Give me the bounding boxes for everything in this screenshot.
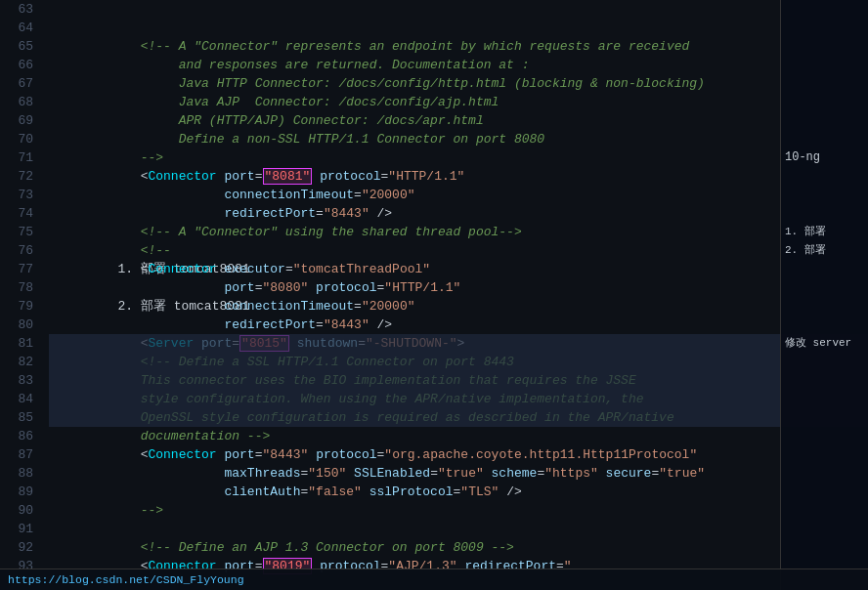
code-line-80: <Server port="8015" shutdown="-SHUTDOWN-… <box>49 316 868 334</box>
code-line <box>49 0 868 19</box>
code-line: APR (HTTP/AJP) Connector: /docs/apr.html <box>49 93 868 111</box>
code-line: --> <box>49 130 868 148</box>
code-line-81: <!-- Define a SSL HTTP/1.1 Connector on … <box>49 334 868 353</box>
code-line: Java AJP Connector: /docs/config/ajp.htm… <box>49 74 868 93</box>
tooltip-url: https://blog.csdn.net/CSDN_FlyYoung <box>8 573 244 586</box>
right-panel-deploy1: 1. 部署 <box>781 223 868 241</box>
code-line-87: maxThreads="150" SSLEnabled="true" schem… <box>49 445 868 464</box>
line-numbers: 63 64 65 66 67 68 69 70 71 72 73 74 75 7… <box>0 0 41 590</box>
code-line: connectionTimeout="20000" <box>49 278 868 297</box>
tooltip-bar: https://blog.csdn.net/CSDN_FlyYoung <box>0 569 868 590</box>
code-line-82: This connector uses the BIO implementati… <box>49 353 868 371</box>
code-line: and responses are returned. Documentatio… <box>49 37 868 56</box>
code-line: Define a non-SSL HTTP/1.1 Connector on p… <box>49 111 868 130</box>
code-line: <!-- A "Connector" using the shared thre… <box>49 204 868 223</box>
right-panel-modify-server: 修改 server <box>781 334 868 353</box>
code-line <box>49 501 868 520</box>
code-line: redirectPort="8443" /> <box>49 186 868 204</box>
code-line-92: <Connector port="8019" protocol="AJP/1.3… <box>49 538 868 557</box>
code-line-86: <Connector port="8443" protocol="org.apa… <box>49 427 868 445</box>
code-area: 63 64 65 66 67 68 69 70 71 72 73 74 75 7… <box>0 0 868 590</box>
code-line: Java HTTP Connector: /docs/config/http.h… <box>49 56 868 74</box>
code-line-85: documentation --> <box>49 408 868 427</box>
code-line-91: <!-- Define an AJP 1.3 Connector on port… <box>49 520 868 538</box>
code-line: <!-- A "Connector" represents an endpoin… <box>49 19 868 37</box>
code-line-88: clientAuth="false" sslProtocol="TLS" /> <box>49 464 868 483</box>
code-line-89: --> <box>49 483 868 501</box>
editor-container: 63 64 65 66 67 68 69 70 71 72 73 74 75 7… <box>0 0 868 590</box>
right-panel-deploy2: 2. 部署 <box>781 241 868 260</box>
code-line: port="8080" protocol="HTTP/1.1" 2. 部署 to… <box>49 260 868 278</box>
code-line-84: OpenSSL style configuration is required … <box>49 390 868 408</box>
code-line-83: style configuration. When using the APR/… <box>49 371 868 390</box>
right-panel-10ng: 10-ng <box>781 148 868 167</box>
code-line: <!-- 1. 部署 tomcat8081 <box>49 223 868 241</box>
right-panel: 10-ng 1. 部署 2. 部署 修改 server <box>780 0 868 590</box>
code-line: redirectPort="8443" /> <box>49 297 868 316</box>
code-line-71: <Connector port="8081" protocol="HTTP/1.… <box>49 148 868 167</box>
code-line: <Connector executor="tomcatThreadPool" <box>49 241 868 260</box>
code-line: connectionTimeout="20000" <box>49 167 868 186</box>
code-content: <!-- A "Connector" represents an endpoin… <box>41 0 868 590</box>
